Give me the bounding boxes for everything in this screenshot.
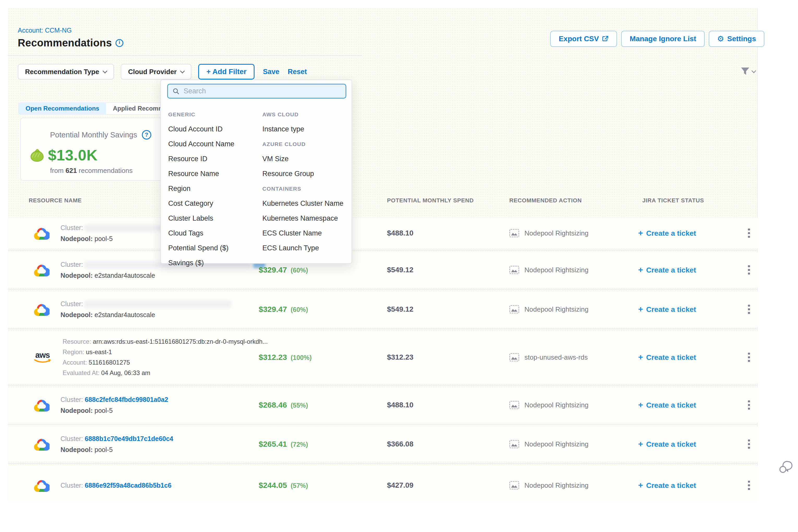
region-value: us-east-1 bbox=[86, 348, 112, 356]
recommendations-table-body: Cluster: Nodepool: pool-5 $488.10 Nodepo… bbox=[8, 218, 758, 502]
plus-icon: + bbox=[638, 265, 643, 274]
table-row[interactable]: Cluster: 688c2fefc84fbdc99801a0a2 Nodepo… bbox=[8, 387, 758, 422]
kebab-menu[interactable] bbox=[748, 443, 750, 445]
filter-search[interactable] bbox=[167, 84, 346, 99]
account-breadcrumb[interactable]: Account: CCM-NG bbox=[18, 26, 72, 34]
export-csv-button[interactable]: Export CSV bbox=[550, 31, 617, 47]
action-cell: stop-unused-aws-rds bbox=[509, 353, 588, 361]
kebab-menu[interactable] bbox=[748, 404, 750, 406]
filter-option-savings[interactable]: Savings ($) bbox=[168, 259, 204, 267]
create-ticket-button[interactable]: + Create a ticket bbox=[638, 440, 696, 449]
create-ticket-button[interactable]: + Create a ticket bbox=[638, 401, 696, 410]
savings-amount: $13.0K bbox=[48, 146, 97, 164]
savings-percent: (100%) bbox=[290, 354, 312, 361]
cluster-link[interactable]: 6888b1c70e49db17c1de60c4 bbox=[85, 435, 173, 442]
create-ticket-button[interactable]: + Create a ticket bbox=[638, 305, 696, 314]
column-jira-ticket-status[interactable]: JIRA TICKET STATUS bbox=[642, 197, 704, 204]
gcp-icon bbox=[33, 263, 50, 277]
nodepool-value: pool-5 bbox=[95, 446, 113, 453]
nodepool-label: Nodepool: bbox=[60, 446, 93, 453]
create-ticket-label: Create a ticket bbox=[646, 229, 696, 237]
filter-option-region[interactable]: Region bbox=[168, 185, 191, 193]
manage-ignore-list-label: Manage Ignore List bbox=[629, 35, 696, 43]
action-label: Nodepool Rightsizing bbox=[525, 440, 589, 448]
filter-option-cluster-labels[interactable]: Cluster Labels bbox=[168, 214, 213, 223]
create-ticket-button[interactable]: + Create a ticket bbox=[638, 481, 696, 490]
filter-option-ecs-cluster-name[interactable]: ECS Cluster Name bbox=[262, 229, 322, 237]
savings-amount: $312.23 bbox=[259, 353, 287, 362]
cluster-link[interactable]: 6886e92f59a48cad86b5b1c6 bbox=[85, 482, 171, 489]
create-ticket-button[interactable]: + Create a ticket bbox=[638, 353, 696, 362]
filter-option-ecs-launch-type[interactable]: ECS Launch Type bbox=[262, 244, 319, 252]
filter-option-kubernetes-cluster-name[interactable]: Kubernetes Cluster Name bbox=[262, 200, 343, 208]
kebab-menu[interactable] bbox=[748, 484, 750, 486]
manage-ignore-list-button[interactable]: Manage Ignore List bbox=[621, 31, 704, 47]
save-filter-button[interactable]: Save bbox=[263, 68, 279, 76]
column-recommended-action[interactable]: RECOMMENDED ACTION bbox=[509, 197, 582, 204]
nodepool-value: pool-5 bbox=[95, 407, 113, 414]
filter-option-cloud-tags[interactable]: Cloud Tags bbox=[168, 229, 204, 237]
recommendation-icon bbox=[509, 353, 519, 361]
create-ticket-label: Create a ticket bbox=[646, 305, 696, 314]
funnel-icon bbox=[741, 67, 750, 76]
savings-cell: $329.47 (60%) bbox=[259, 305, 308, 314]
savings-subtitle: from 621 recommendations bbox=[50, 167, 133, 175]
cloud-provider-filter[interactable]: Cloud Provider bbox=[121, 64, 191, 79]
cluster-label: Cluster: bbox=[60, 396, 83, 403]
kebab-menu[interactable] bbox=[748, 356, 750, 358]
table-row[interactable]: Cluster: Nodepool: e2standar4autoscale $… bbox=[8, 291, 758, 327]
create-ticket-button[interactable]: + Create a ticket bbox=[638, 229, 696, 238]
filter-option-instance-type[interactable]: Instance type bbox=[262, 125, 304, 133]
filter-option-kubernetes-namespace[interactable]: Kubernetes Namespace bbox=[262, 214, 338, 223]
plus-icon: + bbox=[638, 228, 643, 238]
add-filter-button[interactable]: + Add Filter bbox=[198, 64, 254, 79]
help-icon[interactable] bbox=[142, 130, 151, 139]
table-row[interactable]: Cluster: 6888b1c70e49db17c1de60c4 Nodepo… bbox=[8, 426, 758, 461]
header-divider bbox=[8, 55, 362, 56]
kebab-menu[interactable] bbox=[748, 232, 750, 234]
savings-percent: (55%) bbox=[290, 402, 308, 409]
table-row[interactable]: Cluster: 6886e92f59a48cad86b5b1c6 $244.0… bbox=[8, 466, 758, 502]
account-value: 511616801275 bbox=[89, 359, 130, 366]
table-row[interactable]: aws Resource: arn:aws:rds:us-east-1:5116… bbox=[8, 331, 758, 383]
filter-option-resource-group[interactable]: Resource Group bbox=[262, 170, 314, 178]
action-cell: Nodepool Rightsizing bbox=[509, 481, 589, 490]
help-chat-button[interactable] bbox=[778, 459, 793, 476]
reset-filter-button[interactable]: Reset bbox=[288, 68, 307, 76]
filter-option-vm-size[interactable]: VM Size bbox=[262, 155, 289, 163]
filter-panel-toggle[interactable] bbox=[741, 67, 756, 76]
create-ticket-label: Create a ticket bbox=[646, 266, 696, 274]
filter-option-resource-id[interactable]: Resource ID bbox=[168, 155, 207, 163]
savings-percent: (57%) bbox=[290, 482, 308, 490]
create-ticket-button[interactable]: + Create a ticket bbox=[638, 265, 696, 274]
column-potential-monthly-spend[interactable]: POTENTIAL MONTHLY SPEND bbox=[387, 197, 474, 204]
recommendation-type-filter[interactable]: Recommendation Type bbox=[18, 64, 114, 79]
savings-percent: (60%) bbox=[290, 306, 308, 314]
cluster-label: Cluster: bbox=[60, 300, 83, 307]
savings-amount: $265.41 bbox=[259, 440, 287, 449]
plus-icon: + bbox=[638, 439, 643, 449]
filter-option-cost-category[interactable]: Cost Category bbox=[168, 200, 213, 208]
info-icon[interactable] bbox=[116, 39, 124, 47]
redacted-cluster-name bbox=[85, 301, 231, 307]
cluster-link[interactable]: 688c2fefc84fbdc99801a0a2 bbox=[85, 396, 168, 403]
tab-open-recommendations[interactable]: Open Recommendations bbox=[19, 103, 106, 114]
filter-option-cloud-account-name[interactable]: Cloud Account Name bbox=[168, 140, 234, 148]
kebab-menu[interactable] bbox=[748, 269, 750, 271]
filter-option-potential-spend[interactable]: Potential Spend ($) bbox=[168, 244, 228, 252]
table-row[interactable]: Cluster: Nodepool: pool-5 $488.10 Nodepo… bbox=[8, 218, 758, 248]
action-cell: Nodepool Rightsizing bbox=[509, 266, 589, 274]
kebab-menu[interactable] bbox=[748, 308, 750, 310]
column-resource-name[interactable]: RESOURCE NAME bbox=[29, 197, 82, 204]
nodepool-label: Nodepool: bbox=[60, 311, 93, 318]
filter-search-input[interactable] bbox=[184, 87, 341, 95]
resource-value: arn:aws:rds:us-east-1:511616801275:db:zn… bbox=[93, 338, 268, 345]
filter-option-resource-name[interactable]: Resource Name bbox=[168, 170, 219, 178]
filter-option-cloud-account-id[interactable]: Cloud Account ID bbox=[168, 125, 223, 133]
recommendations-page: Account: CCM-NG Recommendations Export C… bbox=[0, 0, 798, 532]
row-separator bbox=[8, 327, 758, 331]
row-separator bbox=[8, 383, 758, 387]
table-row[interactable]: Cluster: Nodepool: e2standar4autoscale $… bbox=[8, 252, 758, 287]
cluster-label: Cluster: bbox=[60, 224, 83, 231]
settings-button[interactable]: ⚙ Settings bbox=[709, 31, 764, 47]
